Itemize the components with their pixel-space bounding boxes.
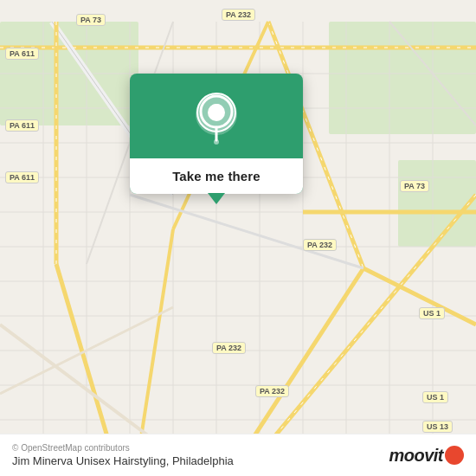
bottom-bar: © OpenStreetMap contributors Jim Minerva… bbox=[0, 434, 476, 476]
moovit-text: moovit bbox=[389, 446, 443, 466]
road-label-us1-bottom: US 1 bbox=[422, 391, 448, 403]
road-label-pa232-top: PA 232 bbox=[222, 9, 255, 21]
popup-icon-area bbox=[130, 74, 303, 158]
svg-point-51 bbox=[214, 139, 219, 145]
road-label-us1-right: US 1 bbox=[419, 307, 445, 319]
svg-line-30 bbox=[56, 264, 113, 454]
take-me-there-button[interactable]: Take me there bbox=[130, 158, 303, 194]
road-label-us13: US 13 bbox=[422, 421, 453, 433]
svg-line-41 bbox=[130, 195, 363, 268]
road-label-pa232-mid: PA 232 bbox=[303, 239, 337, 251]
place-name: Jim Minerva Unisex Hairstyling, Philadel… bbox=[12, 454, 234, 467]
svg-rect-2 bbox=[398, 160, 476, 247]
bottom-bar-info: © OpenStreetMap contributors Jim Minerva… bbox=[12, 443, 234, 467]
road-label-pa73-top: PA 73 bbox=[76, 14, 106, 26]
svg-point-49 bbox=[209, 104, 224, 119]
road-label-pa611-2: PA 611 bbox=[5, 119, 39, 132]
location-popup: Take me there bbox=[130, 74, 303, 194]
map-attribution: © OpenStreetMap contributors bbox=[12, 443, 234, 453]
road-label-pa73-right: PA 73 bbox=[400, 180, 429, 192]
location-pin-icon-overlay bbox=[195, 93, 238, 145]
moovit-logo: moovit bbox=[389, 446, 464, 466]
map-container: PA 73 PA 232 PA 611 PA 611 PA 611 PA 232… bbox=[0, 0, 476, 476]
map-roads bbox=[0, 0, 476, 476]
road-label-pa232-bottom1: PA 232 bbox=[212, 342, 246, 354]
moovit-dot-icon bbox=[445, 446, 464, 465]
road-label-pa232-bottom2: PA 232 bbox=[255, 385, 289, 397]
road-label-pa611-3: PA 611 bbox=[5, 171, 39, 183]
road-label-pa611-1: PA 611 bbox=[5, 48, 39, 60]
svg-line-35 bbox=[138, 229, 173, 454]
